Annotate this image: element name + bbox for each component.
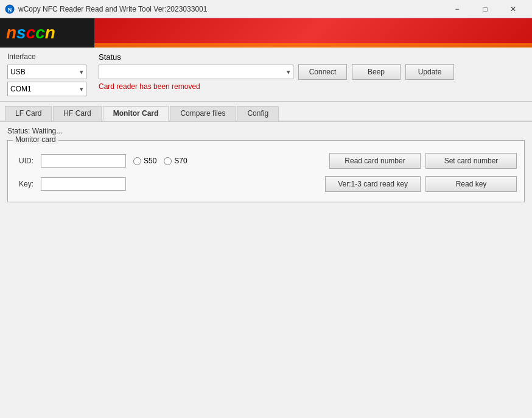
monitor-card-group: Monitor card UID: S50 S70 Read card numb…	[7, 140, 525, 202]
brand-stripe	[94, 43, 532, 46]
s70-radio[interactable]	[164, 157, 172, 165]
s50-radio-label[interactable]: S50	[133, 157, 156, 165]
key-row: Key: Ver:1-3 card read key Read key	[15, 176, 517, 192]
ver-read-key-button[interactable]: Ver:1-3 card read key	[325, 176, 421, 192]
tab-config[interactable]: Config	[237, 106, 279, 121]
com-dropdown-wrapper: COM1	[7, 82, 86, 96]
uid-input[interactable]	[41, 154, 126, 168]
app-icon: N	[5, 4, 15, 14]
status-select[interactable]	[99, 65, 293, 79]
brand-header: n s c c n	[0, 18, 532, 48]
status-row: Connect Beep Update	[99, 64, 525, 80]
key-buttons: Ver:1-3 card read key Read key	[325, 176, 517, 192]
tab-monitor-card[interactable]: Monitor Card	[103, 106, 169, 121]
brand-logo: n s c c n	[0, 23, 55, 43]
brand-red-bar	[94, 18, 532, 48]
logo-n2: n	[45, 23, 55, 43]
title-bar: N wCopy NFC Reader Read and Write Tool V…	[0, 0, 532, 18]
card-type-radio-group: S50 S70	[133, 157, 187, 165]
tab-lf-card[interactable]: LF Card	[5, 106, 52, 121]
window-controls: − □ ✕	[443, 0, 527, 18]
error-message: Card reader has been removed	[99, 82, 525, 91]
set-card-number-button[interactable]: Set card number	[425, 153, 517, 169]
controls-area: Interface USB COM1 Status Connect Beep U…	[0, 48, 532, 102]
usb-select[interactable]: USB	[7, 65, 86, 79]
s50-radio[interactable]	[133, 157, 141, 165]
tab-hf-card[interactable]: HF Card	[53, 106, 101, 121]
main-content: Status: Waiting... Monitor card UID: S50…	[0, 122, 532, 207]
uid-row: UID: S50 S70 Read card number Set card n…	[15, 153, 517, 169]
tab-compare-files[interactable]: Compare files	[170, 106, 236, 121]
interface-label: Interface	[7, 52, 86, 61]
maximize-button[interactable]: □	[471, 0, 499, 18]
interface-group: Interface USB COM1	[7, 52, 86, 96]
tabs-bar: LF Card HF Card Monitor Card Compare fil…	[0, 102, 532, 122]
status-group: Status Connect Beep Update Card reader h…	[99, 52, 525, 91]
status-label: Status	[99, 52, 525, 62]
minimize-button[interactable]: −	[443, 0, 471, 18]
svg-text:N: N	[8, 7, 12, 13]
brand-stripe2	[94, 46, 532, 48]
connect-button[interactable]: Connect	[298, 64, 347, 80]
s70-radio-label[interactable]: S70	[164, 157, 187, 165]
uid-label: UID:	[15, 157, 33, 165]
close-button[interactable]: ✕	[499, 0, 527, 18]
title-bar-left: N wCopy NFC Reader Read and Write Tool V…	[5, 4, 207, 14]
logo-s: s	[16, 23, 26, 43]
status-dropdown-wrapper	[99, 65, 293, 79]
usb-dropdown-wrapper: USB	[7, 65, 86, 79]
key-input[interactable]	[41, 177, 126, 191]
key-label: Key:	[15, 180, 33, 188]
logo-n: n	[6, 23, 16, 43]
logo-c: c	[26, 23, 36, 43]
window-title: wCopy NFC Reader Read and Write Tool Ver…	[18, 5, 207, 13]
logo-c2: c	[35, 23, 45, 43]
card-number-buttons: Read card number Set card number	[329, 153, 517, 169]
group-box-title: Monitor card	[13, 135, 58, 144]
read-key-button[interactable]: Read key	[425, 176, 517, 192]
com-select[interactable]: COM1	[7, 82, 86, 96]
beep-button[interactable]: Beep	[352, 64, 401, 80]
status-line: Status: Waiting...	[7, 127, 525, 135]
read-card-number-button[interactable]: Read card number	[329, 153, 421, 169]
update-button[interactable]: Update	[405, 64, 454, 80]
